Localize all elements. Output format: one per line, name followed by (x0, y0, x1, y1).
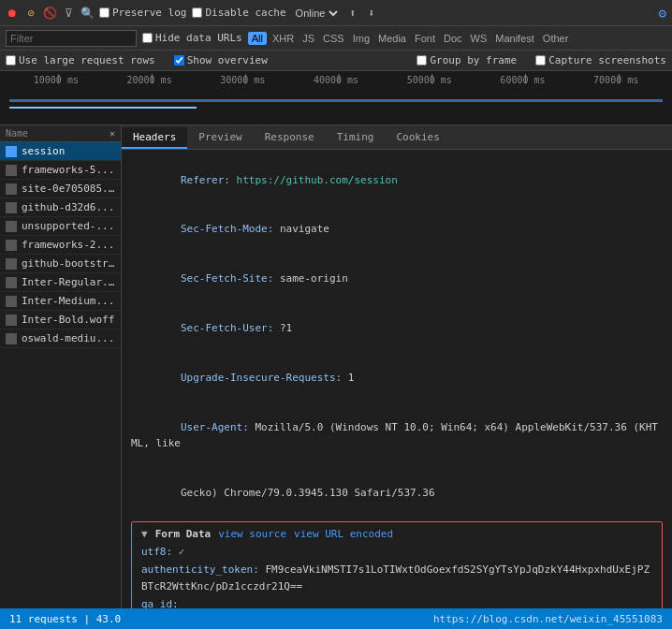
type-filter-buttons: All XHR JS CSS Img Media Font Doc WS Man… (248, 32, 572, 45)
timeline-tick-2: 20000 ms (103, 75, 197, 85)
filter-icon[interactable]: ⊽ (62, 7, 75, 20)
settings-icon[interactable]: ⚙ (659, 6, 666, 21)
list-item[interactable]: frameworks-2... (0, 236, 121, 255)
toolbar: ⏺ ⊘ 🚫 ⊽ 🔍 Preserve log Disable cache Onl… (0, 0, 672, 26)
list-item[interactable]: Inter-Medium... (0, 292, 121, 311)
list-item[interactable]: session (0, 142, 121, 161)
list-item[interactable]: frameworks-5... (0, 161, 121, 180)
filter-bar: Hide data URLs All XHR JS CSS Img Media … (0, 26, 672, 51)
request-name: session (22, 145, 65, 157)
timeline-tick-4: 40000 ms (289, 75, 383, 85)
media-filter-btn[interactable]: Media (375, 32, 409, 45)
request-icon (6, 333, 17, 344)
preserve-log-label[interactable]: Preserve log (99, 7, 186, 19)
list-item[interactable]: github-bootstr... (0, 255, 121, 273)
request-count: 11 requests | 43.0 (9, 613, 121, 625)
disable-cache-checkbox[interactable] (192, 7, 202, 18)
tab-cookies[interactable]: Cookies (385, 127, 450, 149)
request-name: site-0e705085... (22, 183, 115, 195)
request-name: Inter-Regular.... (22, 276, 115, 288)
request-name: oswald-mediu... (22, 332, 114, 344)
view-url-encoded-link[interactable]: view URL encoded (294, 528, 393, 540)
request-name: frameworks-2... (22, 239, 114, 251)
list-item[interactable]: Inter-Bold.woff (0, 311, 121, 329)
request-icon (6, 240, 17, 251)
download-icon[interactable]: ⬇ (365, 7, 378, 20)
tab-response[interactable]: Response (254, 127, 326, 149)
hide-data-urls-label[interactable]: Hide data URLs (142, 32, 242, 44)
form-data-section: ▼ Form Data view source view URL encoded… (131, 521, 663, 608)
close-icon[interactable]: ✕ (110, 128, 115, 139)
list-header: Name ✕ (0, 125, 121, 142)
tab-timing[interactable]: Timing (326, 127, 386, 149)
css-filter-btn[interactable]: CSS (320, 32, 347, 45)
preserve-log-checkbox[interactable] (99, 7, 110, 18)
hide-data-urls-checkbox[interactable] (142, 33, 153, 43)
online-select[interactable]: Online (292, 7, 341, 20)
request-icon (6, 258, 17, 270)
list-item[interactable]: unsupported-... (0, 217, 121, 236)
request-name: frameworks-5... (22, 164, 114, 176)
tab-preview[interactable]: Preview (187, 127, 253, 149)
group-by-frame-label[interactable]: Group by frame (416, 54, 517, 66)
timeline: 10000 ms 20000 ms 30000 ms 40000 ms 5000… (0, 71, 672, 125)
main-content: Name ✕ session frameworks-5... site-0e70… (0, 125, 672, 608)
capture-screenshots-label[interactable]: Capture screenshots (535, 54, 666, 66)
list-item[interactable]: Inter-Regular.... (0, 273, 121, 292)
font-filter-btn[interactable]: Font (412, 32, 438, 45)
timeline-progress (9, 107, 197, 109)
stop-icon[interactable]: ⊘ (24, 7, 37, 20)
header-sec-fetch-user: Sec-Fetch-User: ?1 (131, 303, 663, 353)
right-panel: Headers Preview Response Timing Cookies … (122, 125, 672, 608)
xhr-filter-btn[interactable]: XHR (270, 32, 297, 45)
timeline-tick-5: 50000 ms (383, 75, 476, 85)
request-name: Inter-Bold.woff (22, 314, 114, 326)
upload-icon[interactable]: ⬆ (346, 7, 359, 20)
request-name: github-bootstr... (22, 257, 115, 270)
large-rows-checkbox[interactable] (6, 55, 16, 66)
headers-content: Referer: https://github.com/session Sec-… (122, 150, 672, 608)
request-icon (6, 314, 17, 326)
record-icon[interactable]: ⏺ (6, 7, 19, 20)
capture-screenshots-checkbox[interactable] (535, 55, 546, 66)
show-overview-label[interactable]: Show overview (174, 54, 268, 66)
other-filter-btn[interactable]: Other (540, 32, 572, 45)
manifest-filter-btn[interactable]: Manifest (492, 32, 537, 45)
js-filter-btn[interactable]: JS (299, 32, 317, 45)
request-name: github-d32d6... (22, 201, 114, 213)
timeline-tick-3: 30000 ms (196, 75, 289, 85)
request-icon (6, 296, 17, 307)
form-row-utf8: utf8: ✓ (141, 544, 652, 562)
request-list: Name ✕ session frameworks-5... site-0e70… (0, 125, 122, 608)
options-bar: Use large request rows Show overview Gro… (0, 51, 672, 71)
request-icon (6, 146, 17, 157)
doc-filter-btn[interactable]: Doc (441, 32, 465, 45)
view-source-link[interactable]: view source (218, 528, 286, 540)
clear-icon[interactable]: 🚫 (43, 7, 56, 20)
tab-headers[interactable]: Headers (122, 127, 187, 149)
group-by-frame-checkbox[interactable] (416, 55, 427, 66)
timeline-tick-7: 70000 ms (569, 75, 663, 85)
img-filter-btn[interactable]: Img (350, 32, 373, 45)
large-rows-label[interactable]: Use large request rows (6, 54, 155, 66)
timeline-tick-1: 10000 ms (9, 75, 103, 85)
list-item[interactable]: github-d32d6... (0, 198, 121, 217)
request-icon (6, 277, 17, 288)
name-column-header: Name (6, 128, 28, 139)
show-overview-checkbox[interactable] (174, 55, 184, 66)
list-item[interactable]: site-0e705085... (0, 180, 121, 198)
filter-input[interactable] (6, 30, 137, 47)
timeline-bar (9, 99, 663, 102)
header-sec-fetch-mode: Sec-Fetch-Mode: navigate (131, 205, 663, 255)
form-row-ga-id: ga_id: (141, 596, 652, 608)
all-filter-btn[interactable]: All (248, 32, 267, 45)
status-url: https://blog.csdn.net/weixin_45551083 (433, 613, 663, 625)
disable-cache-label[interactable]: Disable cache (192, 7, 285, 19)
timeline-tick-6: 60000 ms (476, 75, 570, 85)
search-icon[interactable]: 🔍 (80, 7, 94, 20)
form-data-title: Form Data (155, 528, 212, 540)
request-name: unsupported-... (22, 220, 114, 232)
ws-filter-btn[interactable]: WS (468, 32, 490, 45)
timeline-ruler: 10000 ms 20000 ms 30000 ms 40000 ms 5000… (0, 71, 672, 85)
list-item[interactable]: oswald-mediu... (0, 329, 121, 348)
